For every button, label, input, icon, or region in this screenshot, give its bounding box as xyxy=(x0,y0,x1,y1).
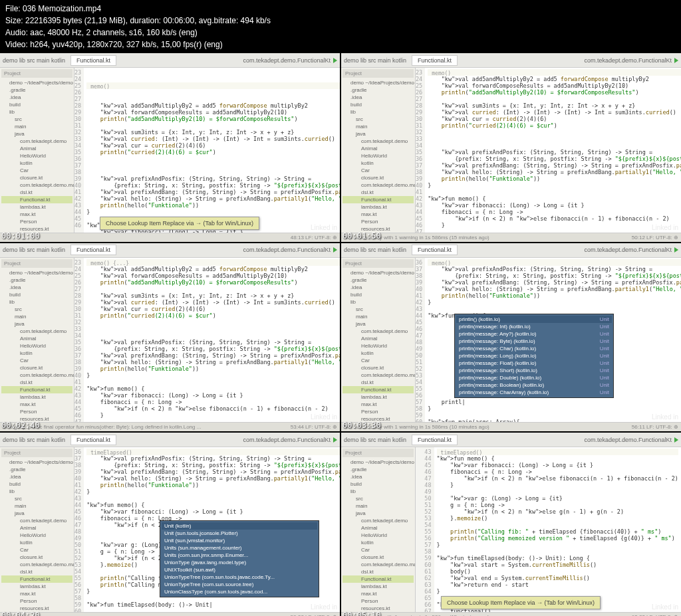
tree-item[interactable]: HelloWorld xyxy=(1,342,72,350)
completion-item[interactable]: println(message: Double) (kotlin.io)Unit xyxy=(456,374,612,381)
project-tree[interactable]: Projectdemo ~/IdeaProjects/demo.gradle.i… xyxy=(341,68,416,233)
project-tree[interactable]: Project demo ~/IdeaProjects/demo.gradle.… xyxy=(0,68,74,233)
tree-item[interactable]: kotlin xyxy=(1,159,72,167)
tree-item[interactable]: lib xyxy=(342,298,414,306)
tree-item[interactable]: build xyxy=(342,480,414,488)
tree-item[interactable]: demo ~/IdeaProjects/demo xyxy=(342,269,414,276)
tree-item[interactable]: closure.kt xyxy=(342,364,414,371)
tree-item[interactable]: Car xyxy=(342,357,414,364)
tree-item[interactable]: build xyxy=(1,480,72,488)
tree-item[interactable]: Person xyxy=(1,408,72,415)
tree-item[interactable]: com.tekadept.demo xyxy=(1,517,72,524)
code-editor[interactable]: 2324252627282930313233343536373839404142… xyxy=(74,68,340,233)
tree-item[interactable]: .idea xyxy=(342,284,414,291)
tree-item[interactable]: build xyxy=(342,291,414,298)
tree-item[interactable]: dsl.kt xyxy=(1,379,72,386)
tree-item[interactable]: demo ~/IdeaProjects/demo xyxy=(1,269,72,276)
tree-item[interactable]: .gradle xyxy=(1,86,72,94)
tree-item[interactable]: main xyxy=(342,502,414,510)
tree-item[interactable]: com.tekadept.demo xyxy=(342,328,414,335)
tree-item[interactable]: src xyxy=(1,306,72,313)
completion-item[interactable]: Unit (kotlin) xyxy=(162,522,317,530)
tree-item[interactable]: max.kt xyxy=(342,211,414,218)
completion-item[interactable]: Units (com.sun.jmx.snmp.Enumer... xyxy=(162,552,317,559)
tree-item[interactable]: dsl.kt xyxy=(342,189,414,196)
completion-item[interactable]: UNIXToolkit (sun.awt) xyxy=(162,566,317,573)
completion-item[interactable]: println(message: Float) (kotlin.io)Unit xyxy=(456,359,612,367)
tree-item[interactable]: build xyxy=(342,101,414,108)
tree-item[interactable]: src xyxy=(1,116,72,123)
tree-item[interactable]: java xyxy=(1,320,72,328)
tree-item[interactable]: closure.kt xyxy=(342,554,414,561)
tree-item[interactable]: src xyxy=(342,495,414,502)
code-editor[interactable]: 2324252627282930313233343536373839404142… xyxy=(416,68,681,233)
tree-item[interactable]: demo ~/IdeaProjects/demo xyxy=(1,79,72,86)
tree-item[interactable]: .gradle xyxy=(1,276,72,284)
tree-item[interactable]: Person xyxy=(342,218,414,225)
tree-item[interactable]: closure.kt xyxy=(1,174,72,181)
completion-item[interactable]: println(message: Char) (kotlin.io)Unit xyxy=(456,345,612,352)
tree-item[interactable]: lib xyxy=(1,108,72,116)
completion-item[interactable]: UnionType (javax.lang.model.type) xyxy=(162,559,317,566)
autocomplete-popup[interactable]: Unit (kotlin)Unit (sun.tools.jconsole.Pl… xyxy=(160,520,319,597)
completion-item[interactable]: UnionTypeTree (com.sun.source.tree) xyxy=(162,581,317,588)
tree-item[interactable]: kotlin xyxy=(342,159,414,167)
tree-item[interactable]: HelloWorld xyxy=(342,532,414,539)
completion-item[interactable]: UnionTypeTree (com.sun.tools.javac.code.… xyxy=(162,573,317,581)
tree-item[interactable]: max.kt xyxy=(1,211,72,218)
ide-toolbar[interactable]: demo lib src main kotlin Functional.kt c… xyxy=(341,53,681,68)
tree-item[interactable]: Car xyxy=(342,546,414,554)
tree-item[interactable]: .idea xyxy=(342,473,414,480)
tree-item[interactable]: Animal xyxy=(342,145,414,152)
tree-item[interactable]: lambdas.kt xyxy=(1,583,72,590)
tree-item[interactable]: Functional.kt xyxy=(342,196,414,203)
tree-item[interactable]: Person xyxy=(1,597,72,605)
code-editor[interactable]: 4344454647484950515253545556575859606162… xyxy=(416,447,681,612)
tree-item[interactable]: java xyxy=(1,510,72,517)
completion-item[interactable]: println(message: Long) (kotlin.io)Unit xyxy=(456,352,612,359)
tree-item[interactable]: dsl.kt xyxy=(1,568,72,575)
project-tree[interactable]: Projectdemo ~/IdeaProjects/demo.gradle.i… xyxy=(341,258,416,423)
tree-item[interactable]: lib xyxy=(1,298,72,306)
completion-item[interactable]: println() (kotlin.io)Unit xyxy=(456,316,612,323)
completion-item[interactable]: println(message: Int) (kotlin.io)Unit xyxy=(456,323,612,330)
tree-item[interactable]: build xyxy=(1,291,72,298)
tree-item[interactable]: com.tekadept.demo.main.kt xyxy=(1,371,72,379)
tree-item[interactable]: HelloWorld xyxy=(342,152,414,159)
tree-item[interactable]: kotlin xyxy=(342,539,414,546)
tree-item[interactable]: Car xyxy=(342,167,414,174)
tree-item[interactable]: lib xyxy=(342,108,414,116)
tree-item[interactable]: lib xyxy=(342,488,414,495)
tree-item[interactable]: Functional.kt xyxy=(342,575,414,583)
code-editor[interactable]: 2324252627282930313233343536373839404142… xyxy=(74,258,340,423)
tree-item[interactable]: demo ~/IdeaProjects/demo xyxy=(1,459,72,466)
ide-toolbar[interactable]: demo lib src main kotlin Functional.kt c… xyxy=(341,243,681,258)
tree-item[interactable]: main xyxy=(342,313,414,320)
tree-item[interactable]: lambdas.kt xyxy=(342,203,414,211)
tree-item[interactable]: closure.kt xyxy=(1,364,72,371)
tree-item[interactable]: .gradle xyxy=(342,466,414,473)
tree-item[interactable]: kotlin xyxy=(342,350,414,357)
tree-item[interactable]: .idea xyxy=(1,94,72,101)
tree-item[interactable]: max.kt xyxy=(342,590,414,597)
tree-item[interactable]: .gradle xyxy=(342,86,414,94)
play-icon[interactable] xyxy=(674,437,678,443)
completion-item[interactable]: println(message: Byte) (kotlin.io)Unit xyxy=(456,338,612,345)
ide-toolbar[interactable]: demo lib src main kotlin Functional.kt c… xyxy=(0,243,340,258)
tree-item[interactable]: .idea xyxy=(342,94,414,101)
tree-item[interactable]: Person xyxy=(342,597,414,605)
tree-item[interactable]: .idea xyxy=(1,284,72,291)
project-tree[interactable]: Projectdemo ~/IdeaProjects/demo.gradle.i… xyxy=(0,258,74,423)
tree-item[interactable]: demo ~/IdeaProjects/demo xyxy=(342,79,414,86)
tree-item[interactable]: Car xyxy=(1,167,72,174)
tree-item[interactable]: com.tekadept.demo xyxy=(1,328,72,335)
tree-item[interactable]: com.tekadept.demo.main.kt xyxy=(342,181,414,189)
tree-item[interactable]: java xyxy=(342,130,414,138)
play-icon[interactable] xyxy=(333,247,337,253)
tree-item[interactable]: .gradle xyxy=(1,466,72,473)
tree-item[interactable]: kotlin xyxy=(1,539,72,546)
tree-item[interactable]: main xyxy=(1,313,72,320)
tree-item[interactable]: Functional.kt xyxy=(342,386,414,393)
completion-item[interactable]: Units (sun.management.counter) xyxy=(162,544,317,552)
tree-item[interactable]: Animal xyxy=(1,524,72,532)
